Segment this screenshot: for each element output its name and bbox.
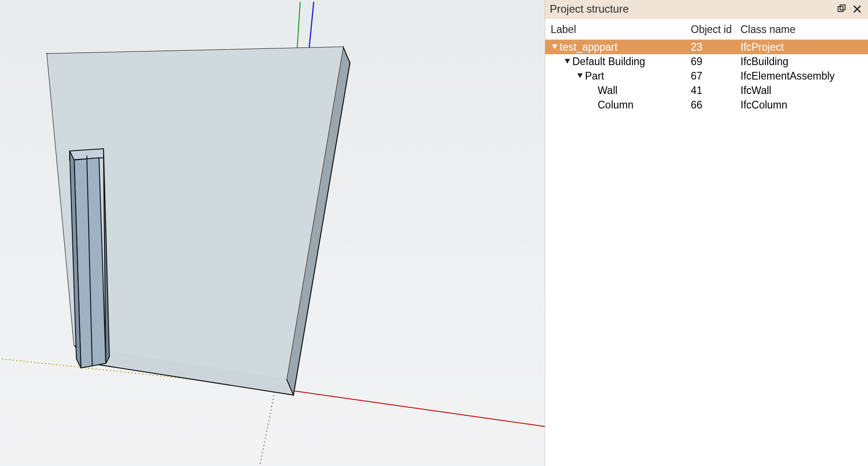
svg-marker-16 xyxy=(577,73,583,78)
tree-row-label: Column xyxy=(598,99,633,111)
tree-header: Label Object id Class name xyxy=(545,19,868,40)
expand-icon[interactable] xyxy=(576,73,584,79)
tree-row-class: IfcWall xyxy=(741,85,863,97)
svg-marker-14 xyxy=(552,44,557,49)
panel-title: Project structure xyxy=(550,3,833,15)
expand-icon[interactable] xyxy=(563,58,571,65)
app-root: Project structure Label Object id Class … xyxy=(0,0,868,466)
tree-row-label: Part xyxy=(585,70,604,82)
scene-svg xyxy=(2,2,545,466)
undock-icon[interactable] xyxy=(835,3,848,15)
tree-row-class: IfcProject xyxy=(741,41,863,53)
tree-row-object-id: 67 xyxy=(691,70,741,82)
expand-icon[interactable] xyxy=(551,44,559,50)
tree-row-class: IfcElementAssembly xyxy=(741,70,863,82)
tree-row-class: IfcBuilding xyxy=(741,56,863,68)
tree-row-object-id: 41 xyxy=(691,85,741,97)
tree-row-label: test_apppart xyxy=(560,41,618,53)
tree-row-object-id: 69 xyxy=(691,56,741,68)
close-icon[interactable] xyxy=(851,3,863,15)
tree-row-class: IfcColumn xyxy=(741,99,863,111)
tree-row-object-id: 23 xyxy=(691,41,741,53)
tree-row-label: Wall xyxy=(598,85,618,97)
tree-row[interactable]: Column66IfcColumn xyxy=(545,98,868,112)
viewport-3d[interactable] xyxy=(0,0,545,466)
panel-header: Project structure xyxy=(545,0,868,19)
svg-marker-15 xyxy=(565,59,570,64)
col-header-class-name[interactable]: Class name xyxy=(741,24,863,36)
col-header-object-id[interactable]: Object id xyxy=(691,24,741,36)
tree-row-object-id: 66 xyxy=(691,99,741,111)
col-header-label[interactable]: Label xyxy=(551,24,691,36)
viewport-canvas[interactable] xyxy=(2,2,543,464)
tree-row[interactable]: test_apppart23IfcProject xyxy=(545,40,868,54)
tree-row[interactable]: Default Building69IfcBuilding xyxy=(545,54,868,69)
axis-z-neg xyxy=(259,388,275,466)
project-structure-panel: Project structure Label Object id Class … xyxy=(545,0,868,466)
axis-x xyxy=(275,388,545,427)
tree-body[interactable]: test_apppart23IfcProjectDefault Building… xyxy=(545,40,868,466)
tree-row-label: Default Building xyxy=(572,56,645,68)
tree-row[interactable]: Part67IfcElementAssembly xyxy=(545,69,868,83)
tree-row[interactable]: Wall41IfcWall xyxy=(545,83,868,98)
